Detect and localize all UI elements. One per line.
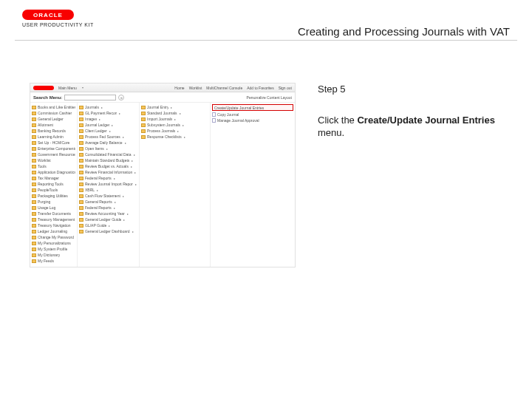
tree-item[interactable]: Purging	[32, 199, 75, 205]
tree-item-label: Books and Like Entities	[38, 105, 75, 109]
chevron-right-icon: ▸	[174, 117, 177, 121]
tree-item[interactable]: Maintain Standard Budgets▸	[79, 157, 137, 163]
main-menu-tab[interactable]: Main Menu	[58, 86, 77, 90]
tree-item[interactable]: Set Up - HCM/Core	[32, 140, 75, 146]
tree-item-label: Federal Reports	[85, 176, 112, 180]
folder-icon	[32, 230, 36, 233]
search-input[interactable]	[64, 95, 116, 100]
tree-item-label: Learning Admin	[38, 134, 64, 139]
tree-item[interactable]: Tools	[32, 163, 75, 169]
tree-item[interactable]: Open Items▸	[79, 146, 137, 151]
tree-item[interactable]: Enterprise Components	[32, 146, 75, 151]
chevron-right-icon: ▸	[123, 218, 126, 222]
tree-item[interactable]: Images▸	[79, 116, 137, 122]
tree-item-label: Usage Log	[38, 205, 55, 210]
tree-item[interactable]: PeopleTools	[32, 187, 75, 193]
tree-item-label: Journal Ledger	[85, 123, 109, 127]
chevron-right-icon: ▸	[100, 106, 103, 109]
tree-item[interactable]: Government Resources	[32, 151, 75, 157]
topbar-link[interactable]: Worklist	[189, 86, 202, 90]
tree-item[interactable]: Application Diagnostics	[32, 169, 75, 175]
tree-item[interactable]: Review Budget vs. Actuals▸	[79, 163, 137, 169]
chevron-right-icon: ▸	[113, 177, 116, 180]
tree-item-label: Treasury Navigation	[38, 223, 71, 228]
folder-icon	[32, 112, 36, 115]
tree-item-label: Reporting Tools	[38, 182, 64, 186]
tree-item[interactable]: Copy Journal	[212, 112, 293, 117]
highlighted-menu-label: Create/Update Journal Entries	[214, 106, 264, 110]
tree-item[interactable]: Treasury Navigation	[32, 222, 75, 228]
tree-item[interactable]: GL/AP Guide▸	[79, 222, 137, 228]
tree-item[interactable]: Subsystem Journals▸	[141, 122, 208, 128]
tree-item[interactable]: Review Journal Import Reports▸	[79, 181, 137, 187]
logo-subtitle: USER PRODUCTIVITY KIT	[22, 22, 111, 27]
tree-item[interactable]: Client Ledger▸	[79, 128, 137, 134]
tree-item[interactable]: Banking Records	[32, 128, 75, 134]
folder-icon	[32, 188, 36, 192]
tree-item[interactable]: Review Financial Information▸	[79, 169, 137, 175]
tree-item[interactable]: Books and Like Entities	[32, 104, 75, 110]
tree-item[interactable]: Response Checklists▸	[141, 134, 208, 140]
tree-item[interactable]: Process Fed Sources▸	[79, 134, 137, 140]
tree-item[interactable]: Review Accounting Year▸	[79, 211, 137, 216]
tree-item[interactable]: Ledger Journaling	[32, 228, 75, 234]
folder-icon	[79, 188, 83, 192]
tree-item[interactable]: Packaging Utilities	[32, 193, 75, 199]
tree-item[interactable]: Consolidated Financial Data▸	[79, 151, 137, 157]
tree-item[interactable]: My Dictionary	[32, 252, 75, 258]
tree-item[interactable]: Reporting Tools	[32, 181, 75, 187]
folder-icon	[32, 224, 36, 228]
tree-item-label: Tax Manager	[38, 176, 59, 180]
tree-item[interactable]: Import Journals▸	[141, 116, 208, 122]
tree-item[interactable]: My System Profile	[32, 246, 75, 252]
tree-item[interactable]: Standard Journals▸	[141, 110, 208, 116]
chevron-right-icon: ▸	[114, 200, 117, 204]
tree-item-label: Transfer Documents	[38, 211, 71, 216]
personalize-link[interactable]: Personalize Content Layout	[247, 95, 292, 100]
tree-item-label: Worklist	[38, 158, 51, 163]
tree-item[interactable]: Worklist	[32, 157, 75, 163]
tree-item[interactable]: My Personalizations	[32, 240, 75, 246]
topbar-link[interactable]: Add to Favorites	[247, 86, 273, 90]
tree-item[interactable]: Tax Manager	[32, 175, 75, 181]
tree-item[interactable]: General Ledger Guide▸	[79, 216, 137, 222]
tree-item[interactable]: Allotment	[32, 122, 75, 128]
tree-item-label: Review Budget vs. Actuals	[85, 164, 129, 168]
tree-item[interactable]: My Feeds	[32, 258, 75, 264]
folder-icon	[32, 165, 36, 168]
tree-item[interactable]: Federal Reports▸	[79, 175, 137, 181]
tree-item[interactable]: Learning Admin	[32, 134, 75, 140]
search-go-button[interactable]: »	[118, 95, 124, 100]
folder-icon	[79, 177, 83, 180]
tree-item[interactable]: Usage Log	[32, 205, 75, 211]
tree-item[interactable]: Manage Journal Approval	[212, 117, 293, 123]
chevron-right-icon: ▸	[122, 194, 125, 198]
tree-item[interactable]: Average Daily Balance▸	[79, 140, 137, 146]
tree-item-label: My Feeds	[38, 259, 54, 263]
tree-item[interactable]: Commission Cashier	[32, 110, 75, 116]
tree-item[interactable]: Transfer Documents	[32, 211, 75, 216]
tree-item-label: Average Daily Balance	[85, 140, 123, 145]
tree-item[interactable]: Change My Password	[32, 234, 75, 240]
tree-item[interactable]: Journals▸	[79, 104, 137, 110]
tree-item[interactable]: General Ledger Dashboard▸	[79, 228, 137, 234]
tree-item-label: Consolidated Financial Data	[85, 152, 132, 157]
tree-item[interactable]: Journal Entry▸	[141, 104, 208, 110]
tree-item[interactable]: Cash Flow Statement▸	[79, 193, 137, 199]
tree-item[interactable]: Process Journals▸	[141, 128, 208, 134]
chevron-right-icon: ▸	[131, 159, 134, 163]
topbar-link[interactable]: Home	[174, 86, 184, 90]
topbar-link[interactable]: Sign out	[279, 86, 292, 90]
tree-item[interactable]: Treasury Management	[32, 216, 75, 222]
tree-item[interactable]: General Ledger	[32, 116, 75, 122]
tree-item[interactable]: GL Payment Recon▸	[79, 110, 137, 116]
topbar-link[interactable]: MultiChannel Console	[206, 86, 242, 90]
highlighted-menu-item[interactable]: Create/Update Journal Entries	[212, 104, 293, 111]
folder-icon	[32, 194, 36, 198]
search-row: Search Menu: » Personalize Content Layou…	[30, 92, 295, 103]
tree-item[interactable]: Journal Ledger▸	[79, 122, 137, 128]
tree-item[interactable]: Federal Reports▸	[79, 205, 137, 211]
tree-item[interactable]: XBRL▸	[79, 187, 137, 193]
tree-item[interactable]: General Reports▸	[79, 199, 137, 205]
tree-item-label: General Ledger Dashboard	[85, 229, 130, 233]
